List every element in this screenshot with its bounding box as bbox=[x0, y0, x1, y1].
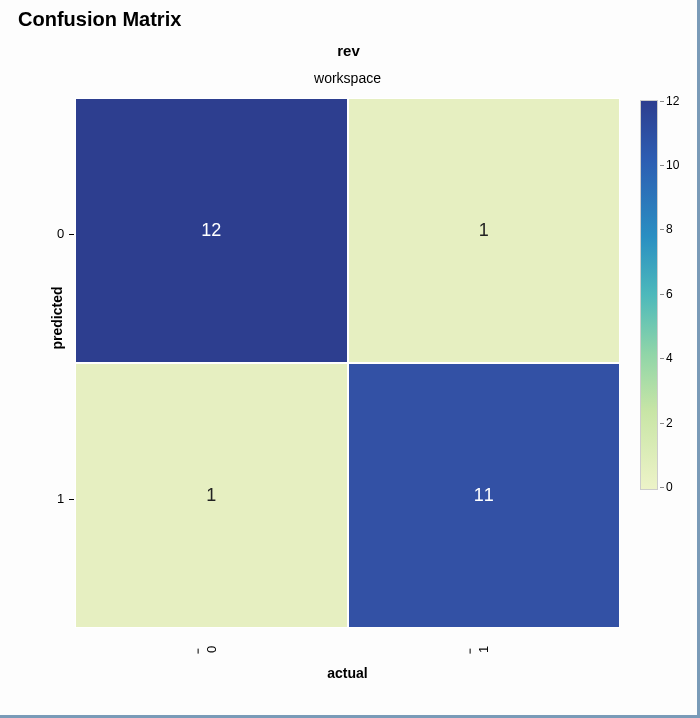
cell-0-0: 12 bbox=[75, 98, 348, 363]
colorbar bbox=[640, 100, 658, 490]
cb-tick-0: 0 bbox=[666, 480, 673, 494]
x-axis-ticks: 0 1 bbox=[75, 630, 620, 660]
cb-tick-12: 12 bbox=[666, 94, 679, 108]
cb-tick-6: 6 bbox=[666, 287, 673, 301]
cb-tick-4: 4 bbox=[666, 351, 673, 365]
heatmap-chart: workspace 12 1 1 11 0 1 0 1 predicted ac… bbox=[75, 70, 620, 680]
heatmap-grid: 12 1 1 11 bbox=[75, 98, 620, 628]
cell-0-1: 1 bbox=[348, 98, 621, 363]
x-axis-label: actual bbox=[75, 665, 620, 681]
cb-tick-10: 10 bbox=[666, 158, 679, 172]
y-tick-1: 1 bbox=[57, 491, 75, 506]
y-axis-ticks: 0 1 bbox=[57, 98, 75, 628]
cell-1-1: 11 bbox=[348, 363, 621, 628]
y-axis-label: predicted bbox=[49, 286, 65, 349]
cb-tick-8: 8 bbox=[666, 222, 673, 236]
cell-1-0: 1 bbox=[75, 363, 348, 628]
x-tick-0: 0 bbox=[204, 646, 219, 653]
x-tick-1: 1 bbox=[476, 646, 491, 653]
column-header: rev bbox=[0, 42, 697, 59]
page-title: Confusion Matrix bbox=[18, 8, 181, 31]
colorbar-ticks: 12 10 8 6 4 2 0 bbox=[664, 100, 690, 490]
cb-tick-2: 2 bbox=[666, 416, 673, 430]
facet-title: workspace bbox=[75, 70, 620, 86]
y-tick-0: 0 bbox=[57, 226, 75, 241]
